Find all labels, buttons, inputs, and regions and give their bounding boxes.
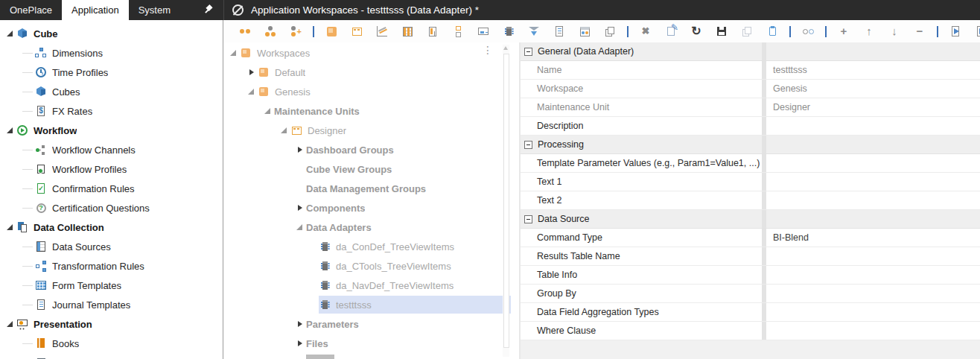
expander-icon[interactable] [294,318,306,330]
property-row-where-clause[interactable]: Where Clause [521,322,980,340]
sidebar-item-clipped[interactable] [0,353,223,359]
tree-item-da-navdef[interactable]: da_NavDef_TreeViewItems [223,276,511,295]
tree-item-designer[interactable]: Designer [223,121,511,140]
expander-icon[interactable] [294,144,306,156]
tree-item-cube-view-groups[interactable]: Cube View Groups [223,159,511,179]
tree-item-data-adapters[interactable]: Data Adapters [223,217,511,237]
tree-item-parameters[interactable]: Parameters [223,314,511,334]
property-row-text-2[interactable]: Text 2 [521,191,980,210]
pin-icon[interactable] [203,4,214,16]
property-row-description[interactable]: Description [521,117,980,136]
expander-icon[interactable] [294,221,306,233]
property-row-command-type[interactable]: Command Type BI-Blend [521,229,980,247]
property-value[interactable] [766,154,980,172]
tree-menu-icon[interactable]: ⋮ [483,45,493,55]
grid-view-button[interactable] [398,24,417,39]
collapse-icon[interactable] [524,215,532,223]
component-button[interactable] [448,24,468,39]
property-value[interactable] [766,266,980,284]
property-value[interactable]: BI-Blend [766,229,980,247]
save-button[interactable] [712,24,731,39]
sidebar-item-data-sources[interactable]: Data Sources [0,237,223,256]
property-row-results-table-name[interactable]: Results Table Name [521,247,980,266]
find-button[interactable] [798,24,818,39]
pane-splitter[interactable] [511,42,519,359]
tree-item-maintenance-units[interactable]: Maintenance Units [223,101,511,121]
property-row-template-parameter-values[interactable]: Template Parameter Values (e.g., Param1=… [521,154,980,173]
sidebar-item-books[interactable]: Books [0,334,223,353]
property-row-workspace[interactable]: Workspace Genesis [521,80,980,98]
refresh-button[interactable]: ↻ [687,24,706,39]
tab-oneplace[interactable]: OnePlace [0,0,62,20]
tree-item-testttsss[interactable]: testttsss [223,295,511,314]
member-group-button[interactable] [261,24,280,39]
tree-item-genesis[interactable]: Genesis [223,82,511,101]
document-button[interactable] [550,24,569,39]
collapse-icon[interactable] [524,141,532,149]
property-row-group-by[interactable]: Group By [521,285,980,303]
tab-application[interactable]: Application [62,0,129,20]
expander-icon[interactable] [246,86,258,98]
expander-icon[interactable] [246,66,258,78]
copies-button[interactable] [600,24,620,39]
property-section-general[interactable]: General (Data Adapter) [521,42,980,61]
property-row-name[interactable]: Name testttsss [521,61,980,80]
member-add-button[interactable] [286,24,305,39]
tree-scrollbar[interactable] [503,45,509,357]
move-down-button[interactable]: ↓ [885,24,904,39]
add-button[interactable]: + [834,24,853,39]
property-value[interactable] [766,136,980,153]
sidebar-item-fx-rates[interactable]: FX Rates [0,101,223,121]
tab-system[interactable]: System [129,0,180,20]
tree-item-components[interactable]: Components [223,198,511,217]
tree-item-dashboard-groups[interactable]: Dashboard Groups [223,140,511,159]
property-value[interactable] [766,247,980,265]
collapse-icon[interactable] [524,48,532,56]
sidebar-item-confirmation-rules[interactable]: Confirmation Rules [0,179,223,198]
property-row-data-field-aggregation-types[interactable]: Data Field Aggregation Types [521,303,980,322]
paste-button[interactable] [763,24,782,39]
property-value[interactable]: testttsss [766,61,980,79]
property-row-table-info[interactable]: Table Info [521,266,980,285]
sidebar-item-data-collection[interactable]: Data Collection [0,217,223,237]
expander-icon[interactable] [294,202,306,214]
chart-button[interactable] [372,24,392,39]
dashboard-group-button[interactable] [347,24,366,39]
remove-button[interactable]: − [910,24,929,39]
property-row-text-1[interactable]: Text 1 [521,173,980,191]
expander-icon[interactable] [4,124,16,136]
property-value[interactable] [766,322,980,340]
edit-button[interactable] [661,24,681,39]
tree-item-da-condef[interactable]: da_ConDef_TreeViewItems [223,237,511,256]
delete-button[interactable]: ✖ [636,24,655,39]
sidebar-item-time-profiles[interactable]: Time Profiles [0,63,223,82]
workspace-button[interactable] [322,24,341,39]
run-file-button[interactable] [946,24,965,39]
expander-icon[interactable] [4,221,16,233]
sidebar-item-transformation-rules[interactable]: Transformation Rules [0,256,223,276]
sidebar-item-presentation[interactable]: Presentation [0,314,223,334]
sidebar-item-journal-templates[interactable]: Journal Templates [0,295,223,314]
dashboard-button[interactable] [575,24,594,39]
sidebar-item-workflow[interactable]: Workflow [0,121,223,140]
property-value[interactable] [766,191,980,209]
property-value[interactable]: Designer [766,98,980,116]
expander-icon[interactable] [262,105,274,117]
property-section-data-source[interactable]: Data Source [521,210,980,229]
sidebar-item-workflow-profiles[interactable]: Workflow Profiles [0,159,223,179]
dialog-button[interactable] [474,24,493,39]
members-button[interactable] [235,24,255,39]
property-section-processing[interactable]: Processing [521,136,980,154]
property-value[interactable] [766,117,980,135]
sidebar-item-cube[interactable]: Cube [0,24,223,43]
sidebar-item-form-templates[interactable]: Form Templates [0,276,223,295]
tree-item-default[interactable]: Default [223,63,511,82]
run-file-menu-button[interactable] [971,24,980,39]
move-up-button[interactable]: ↑ [859,24,879,39]
filter-button[interactable] [524,24,544,39]
expander-icon[interactable] [4,318,16,330]
sidebar-item-dimensions[interactable]: Dimensions [0,43,223,63]
expander-icon[interactable] [228,47,240,59]
expander-icon[interactable] [294,337,306,349]
sidebar-item-certification-questions[interactable]: Certification Questions [0,198,223,217]
